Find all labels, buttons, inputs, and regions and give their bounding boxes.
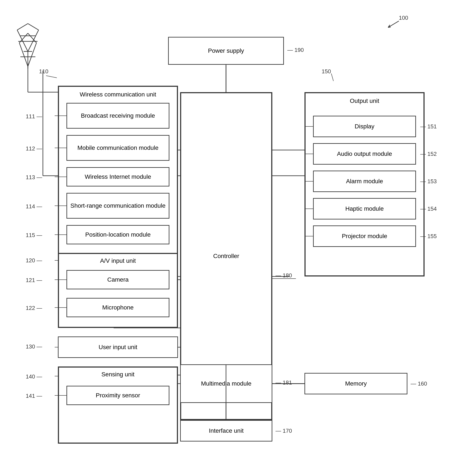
ref-190: — 190 (287, 47, 304, 53)
diagram: 100 Power supply — 190 110 Wireless comm… (0, 0, 452, 476)
ref-180: — 180 (276, 272, 292, 279)
broadcast-label: Broadcast receiving module (81, 112, 155, 120)
interface-label: Interface unit (209, 427, 244, 435)
projector-box: Projector module (313, 225, 416, 247)
power-supply-box: Power supply (168, 37, 284, 65)
multimedia-label: Multimedia module (201, 380, 252, 387)
memory-box: Memory (305, 373, 407, 394)
controller-label: Controller (213, 252, 239, 260)
display-box: Display (313, 116, 416, 137)
ref-160: — 160 (411, 380, 427, 387)
ref-170: — 170 (276, 428, 292, 434)
mobile-comm-box: Mobile communication module (66, 135, 169, 161)
ref-100-arrow (384, 19, 401, 30)
ref-140: 140 — (26, 373, 42, 380)
audio-output-box: Audio output module (313, 143, 416, 165)
sensing-unit-label: Sensing unit (59, 371, 177, 378)
camera-label: Camera (107, 276, 129, 284)
ref-153: — 153 (420, 178, 437, 185)
ref-111: 111 — (26, 113, 42, 120)
alarm-box: Alarm module (313, 171, 416, 192)
output-unit-label: Output unit (306, 97, 424, 105)
ref-151: — 151 (420, 123, 437, 130)
svg-line-25 (28, 24, 39, 30)
svg-line-20 (388, 27, 391, 27)
svg-line-28 (46, 76, 57, 78)
ref-121: 121 — (26, 277, 42, 284)
ref-113: 113 — (26, 174, 42, 181)
wireless-internet-box: Wireless Internet module (66, 167, 169, 186)
short-range-label: Short-range communication module (70, 202, 166, 210)
av-input-label: A/V input unit (59, 257, 177, 265)
ref-155: — 155 (420, 233, 437, 240)
ref-152: — 152 (420, 151, 437, 157)
sensing-unit-box: Sensing unit (58, 366, 178, 444)
broadcast-box: Broadcast receiving module (66, 103, 169, 129)
microphone-label: Microphone (102, 304, 133, 311)
microphone-box: Microphone (66, 298, 169, 317)
wireless-unit-label: Wireless communication unit (59, 91, 177, 98)
proximity-label: Proximity sensor (96, 391, 140, 399)
ref-141: 141 — (26, 393, 42, 399)
ref-115: 115 — (26, 232, 42, 239)
camera-box: Camera (66, 270, 169, 289)
ref-120: 120 — (26, 257, 42, 264)
projector-label: Projector module (342, 232, 387, 240)
antenna-icon (13, 21, 43, 71)
ref-110-arrow (46, 72, 59, 79)
haptic-box: Haptic module (313, 198, 416, 220)
display-label: Display (355, 123, 374, 130)
interface-box: Interface unit (180, 420, 272, 442)
user-input-box: User input unit (58, 337, 178, 358)
short-range-box: Short-range communication module (66, 193, 169, 219)
alarm-label: Alarm module (346, 177, 383, 185)
svg-line-23 (28, 30, 39, 52)
wireless-internet-label: Wireless Internet module (85, 173, 151, 181)
mobile-comm-label: Mobile communication module (77, 144, 159, 152)
ref-150-arrow (329, 72, 342, 83)
ref-154: — 154 (420, 206, 437, 212)
svg-line-24 (17, 24, 28, 30)
svg-line-22 (17, 30, 28, 52)
position-box: Position-location module (66, 225, 169, 244)
multimedia-box: Multimedia module (180, 364, 272, 403)
power-supply-label: Power supply (208, 47, 244, 55)
user-input-label: User input unit (99, 343, 137, 351)
svg-line-18 (388, 21, 399, 27)
ref-112: 112 — (26, 145, 42, 152)
ref-122: 122 — (26, 305, 42, 311)
audio-output-label: Audio output module (337, 150, 392, 158)
position-label: Position-location module (85, 231, 151, 239)
memory-label: Memory (345, 380, 367, 387)
haptic-label: Haptic module (346, 205, 384, 213)
ref-130: 130 — (26, 343, 42, 350)
ref-181: — 181 (276, 379, 292, 386)
ref-114: 114 — (26, 203, 42, 210)
svg-line-29 (331, 73, 333, 81)
proximity-box: Proximity sensor (66, 386, 169, 405)
